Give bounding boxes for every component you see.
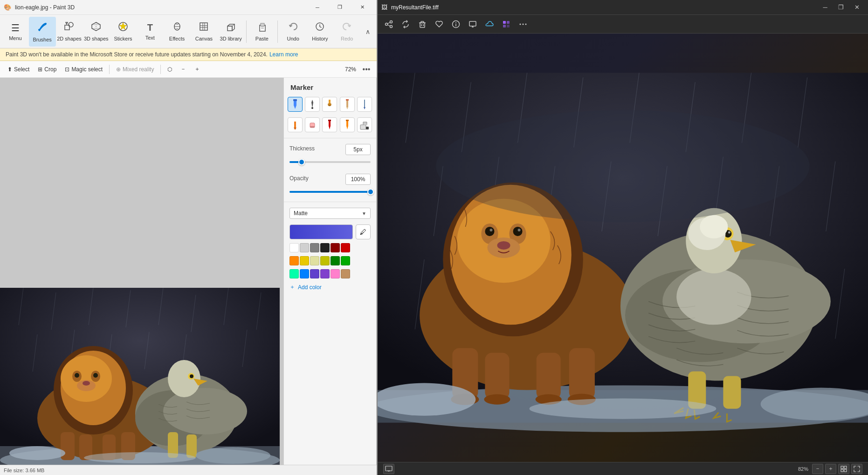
svg-point-150 — [728, 231, 730, 233]
color-red[interactable] — [341, 243, 350, 252]
color-purple[interactable] — [310, 269, 319, 278]
zoom-in-button[interactable]: ＋ — [825, 464, 836, 474]
ribbon-menu-button[interactable]: ☰ Menu — [2, 17, 29, 47]
eyedropper-button[interactable]: 🖊 — [356, 224, 371, 239]
viewer-minimize-button[interactable]: ─ — [818, 1, 833, 14]
brush-calligraphy[interactable] — [305, 97, 320, 112]
viewer-main-area[interactable] — [378, 34, 868, 462]
onedrive-icon-button[interactable] — [482, 17, 497, 32]
color-light-gray[interactable] — [300, 243, 309, 252]
svg-rect-75 — [346, 120, 348, 127]
color-violet[interactable] — [320, 269, 330, 278]
more-icon-button[interactable] — [516, 17, 530, 32]
info-icon-button[interactable] — [448, 17, 463, 32]
notification-text: Paint 3D won't be available in the Micro… — [6, 51, 268, 58]
thickness-value-box[interactable]: 5px — [345, 144, 371, 155]
notification-learn-more-link[interactable]: Learn more — [269, 51, 298, 58]
image-viewer-window: 🖼 myResultantFile.tiff ─ ❐ ✕ — [378, 0, 868, 475]
brush-marker[interactable] — [288, 97, 303, 112]
minus-button[interactable]: － — [177, 63, 190, 75]
brush-fill[interactable] — [357, 117, 372, 132]
slideshow-icon-button[interactable] — [465, 17, 480, 32]
add-color-button[interactable]: ＋ Add color — [284, 280, 376, 294]
color-dark-green[interactable] — [331, 256, 340, 265]
brush-oil[interactable] — [322, 97, 337, 112]
minimize-button[interactable]: ─ — [307, 0, 328, 15]
mixed-reality-button[interactable]: ⊕ Mixed reality — [112, 64, 158, 75]
add-color-label: Add color — [298, 284, 322, 291]
ribbon-3dshapes-button[interactable]: 3D shapes — [83, 17, 110, 47]
favorite-icon-button[interactable] — [432, 17, 447, 32]
opacity-value-box[interactable]: 100% — [345, 174, 371, 185]
brush-red-marker[interactable] — [322, 117, 337, 132]
brush-pencil[interactable] — [340, 97, 355, 112]
svg-line-82 — [387, 22, 390, 24]
brush-grid-row2 — [284, 115, 376, 136]
svg-point-88 — [455, 22, 456, 23]
ribbon-undo-button[interactable]: Undo — [280, 17, 307, 47]
restore-button[interactable]: ❐ — [329, 0, 351, 15]
thickness-slider[interactable] — [289, 158, 371, 166]
svg-rect-93 — [503, 25, 506, 27]
color-blue[interactable] — [300, 269, 309, 278]
color-gray[interactable] — [310, 243, 319, 252]
svg-point-97 — [525, 23, 527, 25]
crop-tool-button[interactable]: ⊞ Crop — [34, 64, 60, 75]
color-yellow-orange[interactable] — [300, 256, 309, 265]
current-color-swatch[interactable] — [289, 224, 353, 239]
rotate-icon-button[interactable] — [398, 17, 413, 32]
brush-thin-marker[interactable] — [357, 97, 372, 112]
brush-crayon[interactable] — [288, 117, 303, 132]
fit-window-button[interactable] — [838, 464, 849, 474]
brush-eraser[interactable] — [305, 117, 320, 132]
ribbon-collapse-button[interactable]: ∧ — [360, 24, 375, 39]
ribbon-stickers-button[interactable]: Stickers — [110, 17, 137, 47]
share-icon-button[interactable] — [381, 17, 396, 32]
plus-button[interactable]: ＋ — [191, 63, 204, 75]
viewer-monitor-icon-button[interactable] — [383, 464, 394, 474]
paint3d-status-bar: File size: 3.66 MB — [0, 465, 377, 475]
canvas-container[interactable] — [0, 78, 283, 465]
ribbon-history-button[interactable]: History — [307, 17, 334, 47]
select-tool-button[interactable]: ⬆ Select — [4, 64, 33, 75]
ribbon-paste-button[interactable]: Paste — [248, 17, 276, 47]
color-cyan[interactable] — [289, 269, 299, 278]
toolbar-more-button[interactable]: ••• — [360, 63, 373, 76]
svg-rect-63 — [346, 100, 348, 107]
color-preview-row: 🖊 — [284, 223, 376, 241]
svg-rect-77 — [360, 125, 366, 129]
magic-select-button[interactable]: ⊡ Magic select — [61, 64, 106, 75]
color-dark-red[interactable] — [331, 243, 340, 252]
color-pink[interactable] — [331, 269, 340, 278]
color-light-yellow[interactable] — [310, 256, 319, 265]
delete-icon-button[interactable] — [415, 17, 430, 32]
viewer-restore-button[interactable]: ❐ — [834, 1, 848, 14]
thickness-section: Thickness 5px — [284, 140, 376, 170]
color-green[interactable] — [341, 256, 350, 265]
shape-outline-button[interactable]: ⬡ — [164, 64, 176, 75]
apps-icon-button[interactable] — [499, 17, 514, 32]
opacity-slider[interactable] — [289, 188, 371, 196]
ribbon-canvas-button[interactable]: Canvas — [190, 17, 217, 47]
redo-icon — [342, 21, 352, 34]
ribbon-2dshapes-button[interactable]: 2D shapes — [56, 17, 83, 47]
canvas-icon — [199, 21, 209, 34]
viewer-close-button[interactable]: ✕ — [849, 1, 864, 14]
zoom-out-button[interactable]: － — [812, 464, 823, 474]
ribbon-effects-button[interactable]: Effects — [164, 17, 191, 47]
brush-orange-marker[interactable] — [340, 117, 355, 132]
canvas-image[interactable] — [0, 288, 283, 465]
fullscreen-button[interactable] — [851, 464, 862, 474]
svg-point-60 — [311, 107, 313, 109]
ribbon-text-button[interactable]: T Text — [137, 17, 164, 47]
close-button[interactable]: ✕ — [351, 0, 373, 15]
ribbon-3dlibrary-button[interactable]: 3D library — [217, 17, 244, 47]
matte-dropdown[interactable]: Matte ▼ — [289, 208, 371, 219]
ribbon-redo-button[interactable]: Redo — [333, 17, 360, 47]
ribbon-brushes-button[interactable]: Brushes — [29, 17, 56, 47]
color-tan[interactable] — [341, 269, 350, 278]
color-black[interactable] — [320, 243, 330, 252]
color-white[interactable] — [289, 243, 299, 252]
color-orange[interactable] — [289, 256, 299, 265]
color-yellow[interactable] — [320, 256, 330, 265]
